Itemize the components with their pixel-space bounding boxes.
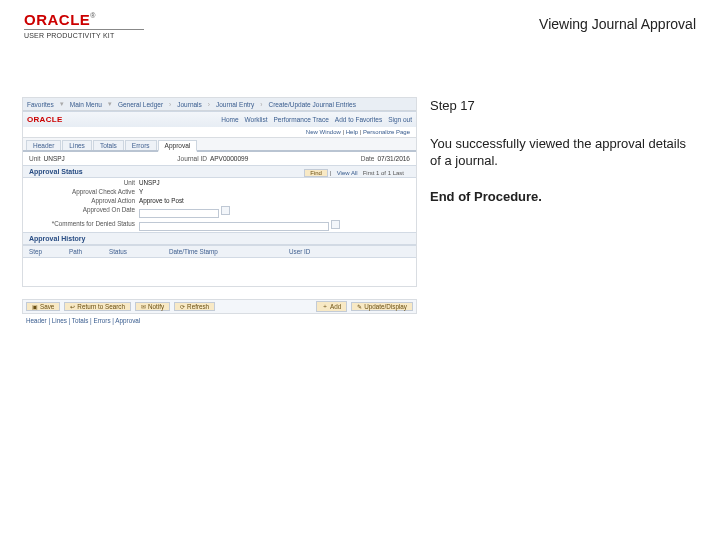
app-logo: ORACLE (27, 115, 63, 124)
status-bar: ▣Save ↩Return to Search ✉Notify ⟳Refresh… (22, 299, 417, 314)
date-value: 07/31/2016 (377, 155, 410, 162)
add-button[interactable]: ＋Add (316, 301, 347, 312)
tab-approval[interactable]: Approval (158, 140, 198, 152)
link-addfav[interactable]: Add to Favorites (335, 116, 382, 123)
main: Favorites▾ Main Menu▾ General Ledger› Jo… (0, 97, 720, 324)
return-button[interactable]: ↩Return to Search (64, 302, 131, 311)
nav-favorites[interactable]: Favorites (27, 101, 54, 108)
end-of-procedure: End of Procedure. (430, 188, 692, 206)
find-button[interactable]: Find (304, 169, 328, 177)
nav-journal-entry[interactable]: Journal Entry (216, 101, 254, 108)
col-userid[interactable]: User ID (283, 246, 416, 257)
step-label: Step 17 (430, 97, 692, 115)
link-help[interactable]: Help (346, 129, 358, 135)
col-datetime[interactable]: Date/Time Stamp (163, 246, 283, 257)
screenshot-column: Favorites▾ Main Menu▾ General Ledger› Jo… (0, 97, 420, 324)
history-grid-header: Step Path Status Date/Time Stamp User ID (23, 245, 416, 258)
instruction-column: Step 17 You successfully viewed the appr… (420, 97, 712, 324)
refresh-icon: ⟳ (180, 303, 185, 310)
brand-sub: USER PRODUCTIVITY KIT (24, 32, 144, 39)
tab-totals[interactable]: Totals (93, 140, 124, 150)
journalid-value: APV0000099 (210, 155, 248, 162)
link-worklist[interactable]: Worklist (245, 116, 268, 123)
doc-header: ORACLE® USER PRODUCTIVITY KIT Viewing Jo… (0, 0, 720, 47)
comments-label: *Comments for Denied Status (29, 220, 139, 232)
grid-body-empty (23, 258, 416, 286)
add-icon: ＋ (322, 302, 328, 311)
approvalaction-label: Approval Action (29, 197, 139, 204)
viewall-link[interactable]: View All (337, 170, 358, 176)
step-description: You successfully viewed the approval det… (430, 135, 692, 170)
unit-value: UNSPJ (44, 155, 65, 162)
unit2-label: Unit (29, 179, 139, 186)
app-subbar: ORACLE Home Worklist Performance Trace A… (23, 111, 416, 127)
brand-logo: ORACLE (24, 11, 90, 28)
notify-button[interactable]: ✉Notify (135, 302, 170, 311)
col-status[interactable]: Status (103, 246, 163, 257)
link-signout[interactable]: Sign out (388, 116, 412, 123)
link-personalize[interactable]: Personalize Page (363, 129, 410, 135)
unit2-value: UNSPJ (139, 179, 160, 186)
nav-gl[interactable]: General Ledger (118, 101, 163, 108)
approvedon-input[interactable] (139, 209, 219, 218)
id-block: Unit UNSPJ Journal ID APV0000099 Date 07… (23, 152, 416, 165)
footer-breadcrumb: Header | Lines | Totals | Errors | Appro… (22, 314, 417, 324)
record-range: First 1 of 1 Last (363, 170, 404, 176)
refresh-button[interactable]: ⟳Refresh (174, 302, 215, 311)
approvalcheck-value: Y (139, 188, 143, 195)
nav-create-update[interactable]: Create/Update Journal Entries (268, 101, 355, 108)
calendar-icon[interactable] (221, 206, 230, 215)
tab-row: Header Lines Totals Errors Approval (23, 138, 416, 152)
approval-history-title: Approval History (23, 232, 416, 245)
brand-block: ORACLE® USER PRODUCTIVITY KIT (24, 12, 144, 39)
approvalcheck-label: Approval Check Active (29, 188, 139, 195)
notify-icon: ✉ (141, 303, 146, 310)
save-icon: ▣ (32, 303, 38, 310)
app-menurow: New Window | Help | Personalize Page (23, 127, 416, 138)
update-button[interactable]: ✎Update/Display (351, 302, 413, 311)
col-step[interactable]: Step (23, 246, 63, 257)
approval-status-title: Approval Status Find | View All First 1 … (23, 165, 416, 178)
page-title: Viewing Journal Approval (539, 16, 696, 32)
app-window: Favorites▾ Main Menu▾ General Ledger› Jo… (22, 97, 417, 287)
link-home[interactable]: Home (221, 116, 238, 123)
update-icon: ✎ (357, 303, 362, 310)
brand-rule (24, 29, 144, 30)
app-topnav: Favorites▾ Main Menu▾ General Ledger› Jo… (23, 98, 416, 111)
approvedon-label: Approved On Date (29, 206, 139, 218)
date-label: Date (361, 155, 375, 162)
return-icon: ↩ (70, 303, 75, 310)
save-button[interactable]: ▣Save (26, 302, 60, 311)
tab-header[interactable]: Header (26, 140, 61, 150)
journalid-label: Journal ID (177, 155, 207, 162)
link-perftrace[interactable]: Performance Trace (274, 116, 329, 123)
approvalaction-value: Approve to Post (139, 197, 184, 204)
tab-errors[interactable]: Errors (125, 140, 157, 150)
brand-tm: ® (90, 12, 95, 19)
link-newwindow[interactable]: New Window (306, 129, 341, 135)
comments-input[interactable] (139, 222, 329, 231)
unit-label: Unit (29, 155, 41, 162)
tab-lines[interactable]: Lines (62, 140, 92, 150)
nav-journals[interactable]: Journals (177, 101, 202, 108)
col-path[interactable]: Path (63, 246, 103, 257)
approval-status-text: Approval Status (29, 168, 83, 175)
comments-expand-icon[interactable] (331, 220, 340, 229)
nav-mainmenu[interactable]: Main Menu (70, 101, 102, 108)
